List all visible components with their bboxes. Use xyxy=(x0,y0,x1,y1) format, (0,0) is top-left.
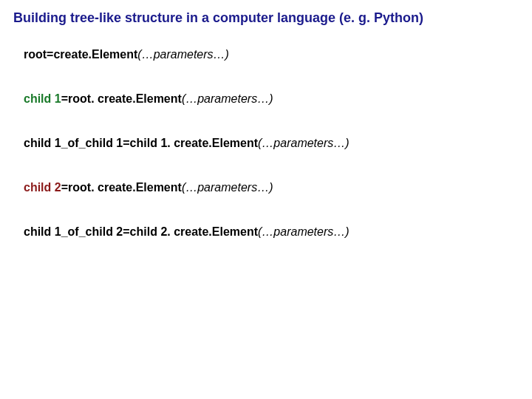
slide-title: Building tree-like structure in a comput… xyxy=(13,10,519,26)
var-name: child 2 xyxy=(24,181,61,194)
var-name: child 1_of_child 1 xyxy=(24,137,123,149)
fn: create.Element xyxy=(98,92,182,105)
code-line: child 1_of_child 2=child 2. create.Eleme… xyxy=(24,225,519,239)
fn: create.Element xyxy=(174,225,258,238)
var-name: child 1 xyxy=(24,92,61,105)
prefix: child 2. xyxy=(130,225,174,238)
slide: Building tree-like structure in a comput… xyxy=(0,0,532,239)
fn: create.Element xyxy=(174,137,258,149)
eq: = xyxy=(123,225,129,238)
prefix: root. xyxy=(68,181,98,194)
prefix: root. xyxy=(68,92,98,105)
code-line: child 2=root. create.Element(…parameters… xyxy=(24,181,519,194)
var-name: root xyxy=(24,48,47,61)
code-line: child 1=root. create.Element(…parameters… xyxy=(24,92,519,106)
code-line: root=create.Element(…parameters…) xyxy=(24,48,519,61)
fn: create.Element xyxy=(53,48,137,61)
eq: = xyxy=(61,92,68,105)
eq: = xyxy=(61,181,68,194)
code-block: root=create.Element(…parameters…) child … xyxy=(13,48,519,239)
params: (…parameters…) xyxy=(182,92,273,105)
eq: = xyxy=(123,137,129,149)
code-line: child 1_of_child 1=child 1. create.Eleme… xyxy=(24,137,519,150)
params: (…parameters…) xyxy=(137,48,229,61)
fn: create.Element xyxy=(98,181,182,194)
prefix: child 1. xyxy=(130,137,174,149)
params: (…parameters…) xyxy=(258,225,349,238)
params: (…parameters…) xyxy=(258,137,349,149)
params: (…parameters…) xyxy=(182,181,273,194)
var-name: child 1_of_child 2 xyxy=(24,225,123,238)
